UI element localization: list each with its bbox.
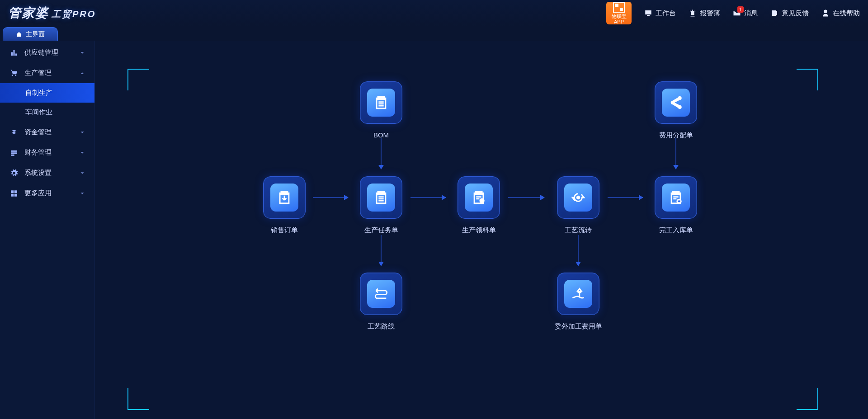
nav-help[interactable]: 在线帮助 [821, 9, 860, 18]
tab-home[interactable]: 主界面 [3, 27, 58, 41]
ledger-icon [10, 149, 18, 157]
nav-alarm[interactable]: 报警簿 [689, 9, 720, 18]
node-label: 委外加工费用单 [552, 322, 605, 331]
sidebar-production-sub: 自制生产 车间作业 [0, 83, 94, 122]
sidebar-item-settings[interactable]: 系统设置 [0, 163, 94, 183]
clipboard-icon [373, 95, 389, 110]
arrow [381, 235, 382, 266]
node-outsource-fee[interactable]: 委外加工费用单 [552, 273, 605, 331]
tab-strip: 主界面 [0, 26, 868, 41]
sidebar-sub-label: 自制生产 [25, 89, 52, 96]
chevron-down-icon [79, 170, 85, 176]
node-sales-order[interactable]: 销售订单 [258, 176, 311, 235]
node-production-task[interactable]: 生产任务单 [354, 176, 408, 235]
nav-workbench[interactable]: 工作台 [644, 9, 676, 18]
clipboard-badge-icon [471, 190, 486, 205]
node-label: 完工入库单 [649, 226, 703, 235]
arrow [578, 235, 579, 266]
svg-point-1 [576, 196, 580, 200]
arrow [410, 197, 446, 198]
chart-icon [10, 49, 18, 57]
node-material-requisition[interactable]: 生产领料单 [452, 176, 505, 235]
node-label: 工艺流转 [552, 226, 605, 235]
frame-corner [127, 388, 149, 410]
home-icon [16, 31, 22, 38]
brand-logo: 管家婆工贸PRO [8, 5, 96, 22]
node-process-flow[interactable]: 工艺流转 [552, 176, 605, 235]
share-icon [668, 95, 684, 110]
frame-corner [797, 69, 818, 90]
grid-icon [10, 189, 18, 198]
node-label: 生产任务单 [354, 226, 408, 235]
arrow [313, 197, 348, 198]
chevron-down-icon [79, 190, 85, 197]
nav-feedback-label: 意见反馈 [782, 9, 809, 18]
wlb-line1: 物联宝 [612, 14, 627, 19]
chevron-down-icon [79, 50, 85, 56]
arrow [675, 138, 676, 169]
nav-message-label: 消息 [744, 9, 758, 18]
wulianbao-app-badge[interactable]: 物联宝 APP [606, 2, 632, 24]
top-bar: 管家婆工贸PRO 物联宝 APP 工作台 报警簿 1 消息 意见反馈 在线帮助 [0, 0, 868, 26]
clipboard-list-icon [373, 190, 389, 205]
frame-corner [797, 388, 818, 410]
sidebar-item-more[interactable]: 更多应用 [0, 183, 94, 203]
node-label: 销售订单 [258, 226, 311, 235]
main-layout: 供应链管理 生产管理 自制生产 车间作业 资金管理 [0, 41, 868, 419]
sidebar-sub-selfmade[interactable]: 自制生产 [0, 83, 94, 103]
download-clipboard-icon [277, 190, 292, 205]
qr-icon [613, 2, 625, 13]
nav-workbench-label: 工作台 [656, 9, 676, 18]
nav-alarm-label: 报警簿 [700, 9, 720, 18]
canvas-frame [127, 69, 818, 410]
frame-corner [127, 69, 149, 90]
node-fee-allocation[interactable]: 费用分配单 [649, 81, 703, 140]
message-badge: 1 [737, 6, 744, 13]
sidebar-sub-workshop[interactable]: 车间作业 [0, 103, 94, 122]
svg-point-0 [479, 198, 484, 203]
clipboard-down-icon [668, 190, 684, 205]
brand-name: 管家婆 [8, 6, 49, 20]
chevron-down-icon [79, 150, 85, 156]
sidebar-label: 财务管理 [24, 148, 52, 157]
sidebar-item-production[interactable]: 生产管理 [0, 63, 94, 83]
brand-suffix: 工贸PRO [52, 9, 96, 19]
route-icon [373, 286, 389, 301]
cart-icon [10, 69, 18, 77]
sidebar-label: 系统设置 [24, 169, 52, 177]
sidebar-label: 生产管理 [24, 69, 52, 77]
arrow [608, 197, 643, 198]
nav-message[interactable]: 1 消息 [733, 9, 758, 18]
edit-icon [770, 9, 778, 17]
siren-icon [689, 9, 697, 17]
node-finished-in[interactable]: 完工入库单 [649, 176, 703, 235]
sidebar-item-funds[interactable]: 资金管理 [0, 122, 94, 142]
hand-money-icon [571, 286, 586, 301]
nav-feedback[interactable]: 意见反馈 [770, 9, 809, 18]
sidebar: 供应链管理 生产管理 自制生产 车间作业 资金管理 [0, 41, 95, 419]
chevron-up-icon [79, 70, 85, 76]
chevron-down-icon [79, 129, 85, 136]
sidebar-item-supplychain[interactable]: 供应链管理 [0, 42, 94, 63]
node-label: 生产领料单 [452, 226, 505, 235]
sidebar-sub-label: 车间作业 [25, 108, 52, 116]
sidebar-item-finance[interactable]: 财务管理 [0, 142, 94, 163]
wlb-line2: APP [614, 19, 624, 24]
node-bom[interactable]: BOM [354, 81, 408, 139]
gear-cycle-icon [571, 190, 586, 205]
sidebar-label: 更多应用 [24, 189, 52, 198]
monitor-icon [644, 9, 652, 17]
nav-help-label: 在线帮助 [833, 9, 860, 18]
arrow [508, 197, 544, 198]
node-label: 工艺路线 [354, 322, 408, 331]
sidebar-label: 资金管理 [24, 128, 52, 137]
tab-home-label: 主界面 [26, 30, 45, 38]
top-nav: 物联宝 APP 工作台 报警簿 1 消息 意见反馈 在线帮助 [606, 2, 860, 24]
arrow [381, 138, 382, 169]
gear-icon [10, 169, 18, 177]
sidebar-label: 供应链管理 [24, 48, 58, 57]
dollar-icon [10, 128, 18, 137]
node-route[interactable]: 工艺路线 [354, 273, 408, 331]
user-icon [821, 9, 830, 17]
node-label: BOM [354, 131, 408, 139]
